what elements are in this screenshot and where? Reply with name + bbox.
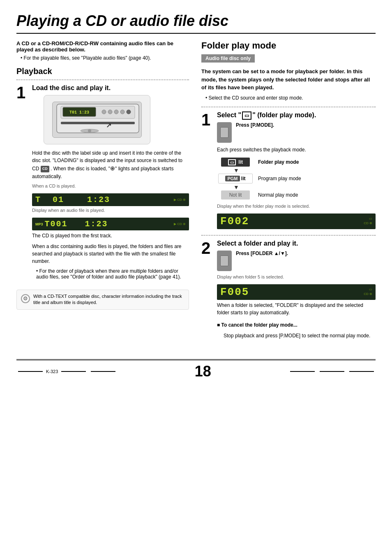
arrow-down-2: ▼ xyxy=(217,184,376,190)
folder-symbol: ▭ xyxy=(242,111,251,120)
svg-rect-9 xyxy=(61,122,135,124)
folder-step1-icon-row: Press [P.MODE]. xyxy=(217,122,376,143)
cancel-heading: ■ To cancel the folder play mode... xyxy=(217,321,376,329)
step1-bullet2: For the order of playback when there are… xyxy=(32,268,189,280)
folder-step1-num: 1 xyxy=(201,111,213,128)
arrow-down-1: ▼ xyxy=(217,167,376,173)
folder-intro-bold: The system can be set to a mode for play… xyxy=(201,67,376,92)
svg-point-11 xyxy=(88,129,91,132)
folder-step2-content: Select a folder and play it. Press [FOLD… xyxy=(217,240,376,343)
right-column: Folder play mode Audio file disc only Th… xyxy=(201,40,376,347)
mode-row-folder: ▭ lit Folder play mode xyxy=(217,158,376,167)
cancel-body: Stop playback and press [P.MODE] to sele… xyxy=(217,332,376,339)
folder-divider xyxy=(201,107,376,107)
mode-label-normal: Normal play mode xyxy=(258,192,298,198)
mode-row-normal: Not lit Normal play mode xyxy=(217,190,376,200)
folder-divider2 xyxy=(201,235,376,236)
footer: K-323 18 xyxy=(16,359,376,380)
playback-title: Playback xyxy=(16,67,189,76)
svg-point-8 xyxy=(127,110,131,114)
switch-label: Each press switches the playback mode. xyxy=(217,146,376,153)
folder-display-label: Display when the folder play mode is sel… xyxy=(217,204,376,209)
cd-player-illustration: T01 1:23 xyxy=(44,95,150,144)
folder-display-f002: F002 ▭CD ⊕ xyxy=(217,214,376,229)
folder-display-f005: F005 ▭CD ⊕ xyxy=(217,284,376,300)
folder-step2-heading: Select a folder and play it. xyxy=(217,240,376,247)
folder-step2-icon-row: Press [FOLDER ▲/▼]. xyxy=(217,251,376,271)
audio-only-badge: Audio file disc only xyxy=(201,54,255,63)
f002-extras: ▭CD ⊕ xyxy=(364,217,372,225)
step1-body4: The CD is played from the first track. xyxy=(32,232,189,239)
remote-icon-2 xyxy=(217,251,232,271)
step1-number: 1 xyxy=(16,84,28,101)
svg-text:↗: ↗ xyxy=(106,122,111,129)
folder-display-label2: Display when folder 5 is selected. xyxy=(217,274,376,279)
audio-display: MP3 T001 1:23 ▶ CD ⊕ xyxy=(32,218,189,230)
cd-display-value: T 01 1:23 xyxy=(35,195,110,204)
cd-display: T 01 1:23 ▶ CD ⊕ xyxy=(32,193,189,206)
cd-player-body: T01 1:23 xyxy=(52,102,142,138)
mode-label-folder: Folder play mode xyxy=(258,159,299,165)
intro-bullet: For the playable files, see "Playable au… xyxy=(16,55,189,61)
svg-point-5 xyxy=(108,110,112,114)
when-audio-label: Display when an audio file is played. xyxy=(32,208,189,213)
pgm-badge: PGM xyxy=(225,176,240,181)
folder-step2-body: When a folder is selected, "FOLDER" is d… xyxy=(217,302,376,316)
remote-icon xyxy=(217,122,232,143)
cd-display-extras: ▶ CD ⊕ xyxy=(174,198,186,202)
footer-right xyxy=(288,371,376,372)
footer-left: K-323 xyxy=(16,369,117,374)
folder-bullet: Select the CD source and enter stop mode… xyxy=(201,95,376,101)
step1-content: Load the disc and play it. T01 1:23 xyxy=(32,84,189,285)
folder-step2-num: 2 xyxy=(201,240,213,256)
mode-table: ▭ lit Folder play mode ▼ PGM lit xyxy=(217,158,376,200)
folder-step1-content: Select "▭" (folder play mode). Press [P.… xyxy=(217,111,376,231)
f005-extras: ▭CD ⊕ xyxy=(364,288,372,296)
mode-indicator-normal: Not lit xyxy=(217,190,254,200)
audio-display-value: T001 1:23 xyxy=(45,219,108,229)
left-column: A CD or a CD-ROM/CD-R/CD-RW containing a… xyxy=(16,40,189,347)
when-cd-label: When a CD is played. xyxy=(32,183,189,188)
note-box: ⚙ With a CD-TEXT compatible disc, charac… xyxy=(16,290,189,310)
step1-heading: Load the disc and play it. xyxy=(32,84,189,92)
mode-box-pgm: PGM lit xyxy=(218,174,252,183)
cd-badge: CD xyxy=(41,166,49,172)
mode-box-folder: ▭ lit xyxy=(221,158,250,167)
page-title: Playing a CD or audio file disc xyxy=(16,12,376,34)
mode-box-notlit: Not lit xyxy=(221,190,250,200)
audio-display-extras: ▶ CD ⊕ xyxy=(174,222,186,226)
note-icon: ⚙ xyxy=(21,294,30,303)
folder-title: Folder play mode xyxy=(201,40,376,51)
footer-page-code: K-323 xyxy=(46,369,58,374)
step1-body1: Hold the disc with the label side up and… xyxy=(32,149,189,180)
mode-row-pgm: PGM lit Program play mode xyxy=(217,174,376,183)
mode-indicator-pgm: PGM lit xyxy=(217,174,254,183)
mode-indicator-folder: ▭ lit xyxy=(217,158,254,167)
folder-step1-row: 1 Select "▭" (folder play mode). Press [… xyxy=(201,111,376,231)
svg-point-4 xyxy=(102,110,106,114)
svg-text:T01 1:23: T01 1:23 xyxy=(69,110,89,115)
svg-point-6 xyxy=(114,110,118,114)
note-text: With a CD-TEXT compatible disc, characte… xyxy=(33,293,184,306)
f002-value: F002 xyxy=(220,215,249,227)
folder-step2-row: 2 Select a folder and play it. Press [FO… xyxy=(201,240,376,343)
folder-press-label: Press [P.MODE]. xyxy=(236,122,274,128)
step1-row: 1 Load the disc and play it. xyxy=(16,84,189,285)
intro-bold: A CD or a CD-ROM/CD-R/CD-RW containing a… xyxy=(16,40,189,53)
svg-point-7 xyxy=(120,110,125,114)
folder-press-label2: Press [FOLDER ▲/▼]. xyxy=(236,251,288,256)
footer-page-num: 18 xyxy=(195,363,211,380)
divider xyxy=(16,79,189,80)
folder-step1-heading: Select "▭" (folder play mode). xyxy=(217,111,376,119)
mode-label-pgm: Program play mode xyxy=(258,176,301,181)
f005-value: F005 xyxy=(220,286,249,298)
step1-body5: When a disc containing audio files is pl… xyxy=(32,243,189,265)
mp3-badge: MP3 xyxy=(35,222,43,226)
